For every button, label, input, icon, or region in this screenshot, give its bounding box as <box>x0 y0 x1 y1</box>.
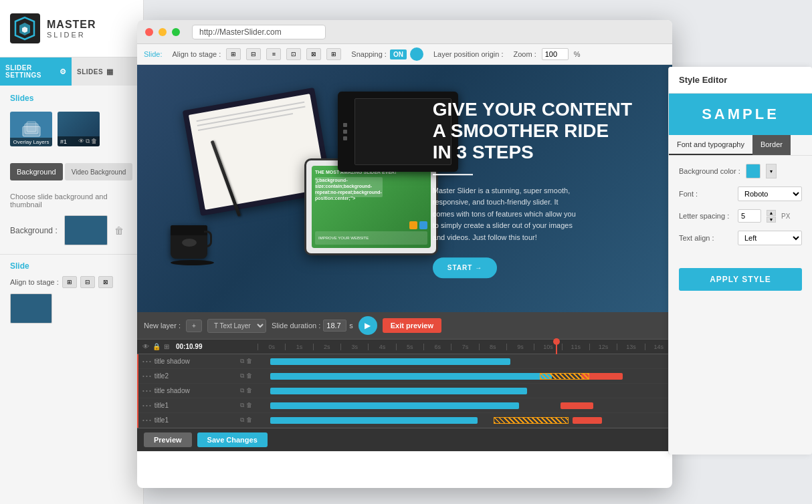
slide-link[interactable]: Slide: <box>144 50 163 58</box>
align-h-center-btn[interactable]: ⊟ <box>246 48 261 60</box>
tick-11: 11s <box>562 344 589 350</box>
align-left-btn[interactable]: ⊞ <box>62 276 77 288</box>
bg-color-dropdown[interactable]: ▾ <box>766 164 777 178</box>
layer-type-select[interactable]: T Text Layer <box>207 319 266 333</box>
text-align-row: Text align : Left Center Right <box>679 231 802 245</box>
url-bar[interactable]: http://MasterSlider.com <box>192 25 326 39</box>
snapping-toggle-btn[interactable] <box>410 47 423 61</box>
background-tabs: Background Video Background <box>0 156 143 187</box>
track-3-bars <box>258 384 672 398</box>
slide-thumb-1[interactable]: #1 👁 ⧉ 🗑 <box>58 112 100 146</box>
close-window-btn[interactable] <box>145 28 153 36</box>
browser-window: http://MasterSlider.com Slide: Align to … <box>137 20 672 488</box>
track2-copy-icon[interactable]: ⧉ <box>240 372 244 380</box>
track4-copy-icon[interactable]: ⧉ <box>240 402 244 409</box>
letter-spacing-down[interactable]: ▼ <box>767 217 776 223</box>
track5-delete-icon[interactable]: 🗑 <box>246 416 252 424</box>
slide-section: Slide Align to stage : ⊞ ⊟ ⊠ <box>0 254 143 330</box>
tab-slides[interactable]: SLIDES ▦ <box>72 57 143 86</box>
slide-cta-button[interactable]: START → <box>433 257 497 278</box>
track4-delete-icon[interactable]: 🗑 <box>246 402 252 409</box>
align-v-top-btn[interactable]: ⊡ <box>286 48 301 60</box>
font-select[interactable]: Roboto <box>738 186 802 201</box>
exit-preview-btn[interactable]: Exit preview <box>383 318 441 333</box>
track3-copy-icon[interactable]: ⧉ <box>240 387 244 394</box>
add-layer-btn[interactable]: + <box>186 320 202 332</box>
align-stage-group: Align to stage : ⊞ ⊟ ≡ ⊡ ⊠ ⊞ <box>173 48 342 60</box>
tab-slider-settings[interactable]: SLIDER SETTINGS ⚙ <box>0 57 72 86</box>
track2-delete-icon[interactable]: 🗑 <box>246 372 252 380</box>
play-btn[interactable]: ▶ <box>359 316 377 335</box>
style-editor-title: Style Editor <box>669 67 812 94</box>
zoom-unit: % <box>574 50 581 58</box>
track-1-label: • • • title shadow ⧉ 🗑 <box>137 358 258 365</box>
bottom-buttons: Preview Save Changes <box>137 428 672 451</box>
letter-spacing-spinner: ▲ ▼ <box>767 210 776 223</box>
duration-label: Slide duration : <box>272 322 320 330</box>
track3-delete-icon[interactable]: 🗑 <box>246 387 252 394</box>
timeline-track-1: • • • title shadow ⧉ 🗑 <box>137 354 672 369</box>
sample-preview: SAMPLE <box>669 94 812 135</box>
new-layer-label: New layer : <box>144 322 181 330</box>
letter-spacing-label: Letter spacing : <box>679 212 732 220</box>
slide-background: THE MOST AMAZING SLIDER EVER! ');backgro… <box>137 65 672 312</box>
align-center-h-btn[interactable]: ⊟ <box>80 276 95 288</box>
track-2-label: • • • title2 ⧉ 🗑 <box>137 372 258 380</box>
save-changes-btn[interactable]: Save Changes <box>197 432 268 447</box>
zoom-group: Zoom : % <box>513 48 580 60</box>
text-align-label: Text align : <box>679 234 732 242</box>
bg-color-swatch[interactable] <box>746 164 760 178</box>
logo-area: MASTER SLIDER <box>0 0 143 57</box>
tick-0: 0s <box>258 344 285 350</box>
tab-border[interactable]: Border <box>752 135 791 155</box>
align-v-bottom-btn[interactable]: ⊞ <box>326 48 341 60</box>
text-align-select[interactable]: Left Center Right <box>738 231 802 245</box>
align-h-bar-btn[interactable]: ≡ <box>266 48 281 60</box>
slide-canvas: THE MOST AMAZING SLIDER EVER! ');backgro… <box>137 65 672 312</box>
track-delete-icon[interactable]: 🗑 <box>246 358 252 365</box>
align-label: Align to stage : <box>10 278 59 286</box>
duration-group: Slide duration : s <box>272 320 353 332</box>
tick-8: 8s <box>479 344 506 350</box>
tick-3: 3s <box>340 344 368 350</box>
grid-ruler-icon: ⊞ <box>164 343 169 350</box>
tab-background[interactable]: Background <box>10 163 63 180</box>
eye-ruler-icon: 👁 <box>142 343 149 350</box>
align-h-left-btn[interactable]: ⊞ <box>226 48 241 60</box>
style-tabs: Font and typography Border <box>669 135 812 156</box>
background-section: Choose slide background and thumbnail Ba… <box>0 187 143 251</box>
letter-spacing-input[interactable] <box>738 209 761 223</box>
playhead[interactable] <box>556 340 557 354</box>
zoom-input[interactable] <box>542 48 569 60</box>
timeline-track-5: • • • title1 ⧉ 🗑 <box>137 413 672 428</box>
left-tab-bar: SLIDER SETTINGS ⚙ SLIDES ▦ <box>0 57 143 86</box>
duration-input[interactable] <box>323 320 346 332</box>
browser-titlebar: http://MasterSlider.com <box>137 20 672 44</box>
snapping-on-label[interactable]: ON <box>390 49 407 59</box>
align-v-center-btn[interactable]: ⊠ <box>306 48 321 60</box>
current-time: 00:10.99 <box>176 343 202 350</box>
minimize-window-btn[interactable] <box>159 28 167 36</box>
slide-divider <box>433 174 473 175</box>
tab-video-background[interactable]: Video Background <box>65 163 133 180</box>
slides-section-title: Slides <box>0 86 143 108</box>
tab-font-typography[interactable]: Font and typography <box>669 135 752 155</box>
preview-btn[interactable]: Preview <box>144 432 192 447</box>
align-center-v-btn[interactable]: ⊠ <box>98 276 113 288</box>
bg-delete-icon[interactable]: 🗑 <box>114 225 124 236</box>
font-row: Font : Roboto <box>679 186 802 201</box>
slide-thumb-overlay[interactable]: Overlay Layers <box>10 112 52 146</box>
track-copy-icon[interactable]: ⧉ <box>240 358 244 365</box>
track5-copy-icon[interactable]: ⧉ <box>240 416 244 424</box>
letter-spacing-up[interactable]: ▲ <box>767 210 776 216</box>
svg-rect-6 <box>27 122 36 132</box>
logo-text: MASTER SLIDER <box>47 19 96 39</box>
align-stage-label: Align to stage : <box>173 50 221 58</box>
maximize-window-btn[interactable] <box>172 28 180 36</box>
zoom-label: Zoom : <box>513 50 536 58</box>
apply-style-btn[interactable]: APPLY STYLE <box>679 268 802 291</box>
letter-spacing-row: Letter spacing : ▲ ▼ PX <box>679 209 802 223</box>
track-3-label: • • • title shadow ⧉ 🗑 <box>137 387 258 394</box>
bg-preview-swatch[interactable] <box>64 215 108 245</box>
tablet-decoration: THE MOST AMAZING SLIDER EVER! ');backgro… <box>304 158 438 255</box>
